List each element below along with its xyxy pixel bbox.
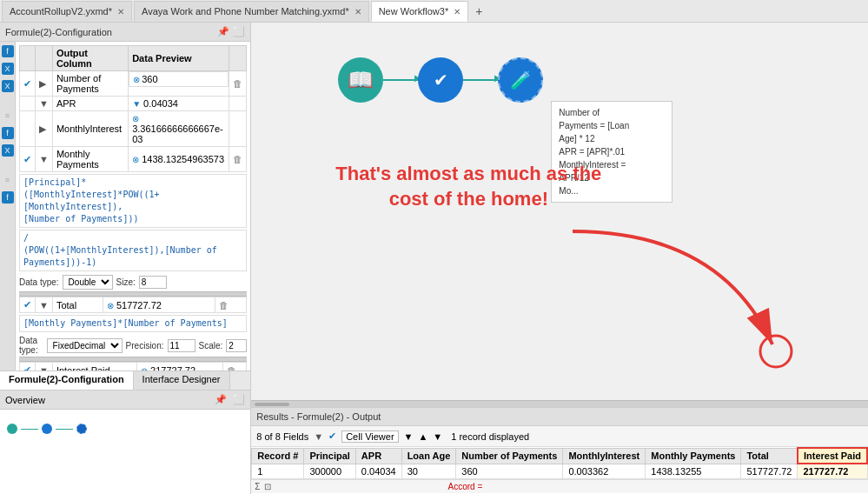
table-row: ✔ ▼ Interest Paid ⊗ 217727.72 🗑 (20, 363, 247, 371)
tab-bar: AccountRollupV2.yxmd* ✕ Avaya Work and P… (0, 0, 868, 23)
left-side-icons: f X X ≡ f X ≡ f (0, 42, 16, 370)
config-content: Output Column Data Preview ✔ ▶ Number of… (16, 42, 250, 370)
overview-expand[interactable]: ⬜ (233, 394, 245, 404)
interest-paid-value: 217727.72 (798, 464, 867, 479)
total-row-table: ✔ ▼ Total ⊗ 517727.72 🗑 (19, 297, 247, 313)
close-tab-2[interactable]: ✕ (454, 7, 461, 17)
row-icon-2[interactable]: ⊡ (264, 482, 271, 491)
accord-text: Accord = (448, 482, 483, 491)
canvas-area: 📖 ✔ 🧪 Number of Payments = [Loan Age] * (251, 23, 868, 400)
check-icon: ✔ (328, 431, 336, 442)
col-header-apr[interactable]: APR (355, 448, 401, 464)
tab-newworkflow[interactable]: New Workflow3* ✕ (371, 1, 469, 22)
red-arrow (503, 223, 807, 370)
datatype-select-2[interactable]: FixedDecimal (47, 338, 123, 353)
scale-input[interactable] (226, 339, 247, 352)
node-check[interactable]: ✔ (418, 57, 463, 103)
delete-row-4[interactable]: 🗑 (229, 147, 247, 172)
sort-up-icon[interactable]: ▲ (418, 431, 427, 442)
results-table: Record # Principal APR Loan Age Number o… (251, 447, 868, 479)
annotation-text: That's almost as much as the cost of the… (321, 162, 616, 211)
cell-viewer-label[interactable]: Cell Viewer (341, 431, 398, 443)
pin-icon[interactable]: 📌 (217, 26, 229, 37)
delete-interest[interactable]: 🗑 (222, 363, 246, 371)
col-header-principal[interactable]: Principal (304, 448, 355, 464)
tab-accountrollup[interactable]: AccountRollupV2.yxmd* ✕ (2, 1, 132, 22)
left-panel-header: Formule(2)-Configuration 📌 ⬜ (0, 23, 250, 42)
precision-input[interactable] (168, 339, 195, 352)
col-header-loanage[interactable]: Loan Age (401, 448, 456, 464)
output-columns-table: Output Column Data Preview ✔ ▶ Number of… (19, 45, 247, 172)
results-bar: Results - Formule(2) - Output (251, 407, 868, 426)
tab-avaya[interactable]: Avaya Work and Phone Number Matching.yxm… (134, 1, 369, 22)
row-icon-1[interactable]: Σ (255, 482, 260, 491)
formula-icon-4[interactable]: f (2, 127, 14, 139)
dropdown-icon[interactable]: ▼ (314, 431, 323, 442)
fields-count: 8 of 8 Fields (256, 431, 308, 442)
grip-icon-2: ≡ (2, 174, 14, 186)
table-row: ▶ MonthlyInterest ⊗ 3.36166666666667e-03 (20, 111, 247, 147)
datatype-row-1: Data type: Double Size: (19, 273, 247, 291)
delete-total[interactable]: 🗑 (215, 297, 247, 313)
datatype-row-2: Data type: FixedDecimal Precision: Scale… (19, 334, 247, 357)
close-tab-0[interactable]: ✕ (117, 7, 124, 17)
col-header-monthlypayments[interactable]: Monthly Payments (646, 448, 741, 464)
formula-icon-2[interactable]: X (2, 63, 14, 75)
overview-header: Overview 📌 ⬜ (0, 391, 250, 410)
node-formula[interactable]: 🧪 (498, 57, 543, 103)
col-header-monthlyinterest[interactable]: MonthlyInterest (563, 448, 646, 464)
results-section: Results - Formule(2) - Output 8 of 8 Fie… (251, 407, 868, 494)
col-header-numpayments[interactable]: Number of Payments (456, 448, 563, 464)
svg-point-1 (760, 336, 792, 367)
node-book[interactable]: 📖 (338, 57, 383, 103)
formula-box-2[interactable]: [Monthly Payments]*[Number of Payments] (19, 315, 247, 332)
overview-section: Overview 📌 ⬜ (0, 390, 250, 494)
table-row: ✔ ▼ Total ⊗ 517727.72 🗑 (20, 297, 247, 313)
overview-canvas (0, 410, 250, 441)
table-row: ✔ ▼ Monthly Payments ⊗ 1438.13254963573 … (20, 147, 247, 172)
connector-2 (463, 79, 498, 81)
workflow-nodes: 📖 ✔ 🧪 (338, 57, 543, 103)
maximize-icon[interactable]: ⬜ (233, 26, 245, 37)
delete-row-1[interactable]: 🗑 (229, 71, 247, 97)
connector-1 (383, 79, 418, 81)
datatype-select-1[interactable]: Double (63, 275, 113, 290)
col-header-record[interactable]: Record # (252, 448, 304, 464)
formula-icon-6[interactable]: f (2, 191, 14, 204)
formula-box-1[interactable]: [Principal]*([MonthlyInterest]*POW((1+[M… (19, 174, 247, 228)
table-row: ✔ ▶ Number of Payments ⊗ 360 🗑 (20, 71, 247, 97)
tab-formule-config[interactable]: Formule(2)-Configuration (0, 371, 134, 390)
table-row: 1 300000 0.04034 30 360 0.003362 1438.13… (252, 464, 867, 479)
col-header-interestpaid[interactable]: Interest Paid (798, 448, 867, 464)
add-tab-button[interactable]: + (470, 3, 487, 20)
left-bottom-tabs: Formule(2)-Configuration Interface Desig… (0, 370, 250, 390)
interest-row-table: ✔ ▼ Interest Paid ⊗ 217727.72 🗑 (19, 362, 247, 370)
formula-icon-1[interactable]: f (2, 45, 14, 57)
formula-box-1b[interactable]: /(POW((1+[MonthlyInterest]),[Number ofPa… (19, 230, 247, 271)
table-row: ▼ APR ▼ 0.04034 (20, 97, 247, 111)
overview-pin[interactable]: 📌 (215, 394, 227, 404)
results-toolbar: 8 of 8 Fields ▼ ✔ Cell Viewer ▼ ▲ ▼ 1 re… (251, 426, 868, 447)
tab-interface-designer[interactable]: Interface Designer (134, 371, 230, 390)
close-tab-1[interactable]: ✕ (354, 7, 361, 17)
grip-icon-1: ≡ (2, 110, 14, 122)
record-count: 1 record displayed (451, 431, 529, 442)
sort-down-icon[interactable]: ▼ (433, 431, 442, 442)
col-header-total[interactable]: Total (741, 448, 798, 464)
formula-icon-3[interactable]: X (2, 80, 14, 92)
formula-icon-5[interactable]: X (2, 144, 14, 157)
size-input-1[interactable] (139, 276, 167, 289)
cell-viewer-dropdown[interactable]: ▼ (404, 431, 414, 442)
